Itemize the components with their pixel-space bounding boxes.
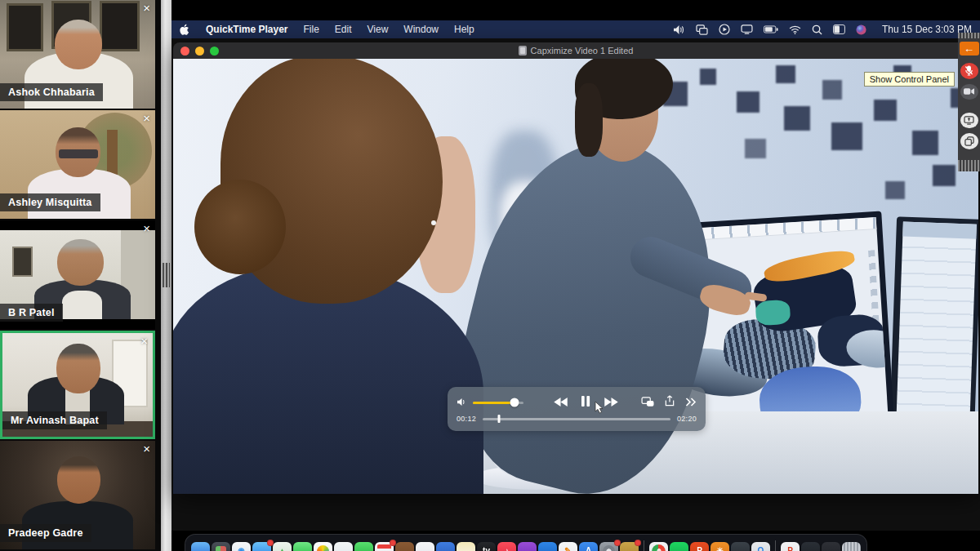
- menubar-app-name[interactable]: QuickTime Player: [206, 24, 288, 35]
- spotify-dock-icon[interactable]: [670, 542, 688, 551]
- music-dock-icon[interactable]: ♪: [497, 542, 516, 551]
- messages-dock-icon[interactable]: [293, 542, 312, 551]
- playback-controls: 00:12 02:20: [448, 387, 706, 431]
- volume-slider[interactable]: [473, 402, 523, 404]
- pause-button[interactable]: [581, 395, 590, 410]
- meeting-window: × Ashok Chhabaria × Ashley Misquitta × B…: [0, 0, 980, 551]
- dock-separator: [775, 540, 776, 551]
- dock: ◉▲▄15tv♪✎AP✳QP: [185, 534, 867, 551]
- finder-dock-icon[interactable]: [191, 542, 210, 551]
- launchpad-dock-icon[interactable]: [212, 542, 230, 551]
- podcasts-dock-icon[interactable]: [518, 542, 537, 551]
- powerpoint-dock-icon[interactable]: P: [690, 542, 709, 551]
- zoom-control-strip: ←: [958, 33, 980, 171]
- reminders-dock-icon[interactable]: [416, 542, 434, 551]
- screen-mirroring-icon[interactable]: [696, 24, 708, 35]
- close-window-button[interactable]: [180, 47, 189, 56]
- books-dock-icon[interactable]: [620, 542, 639, 551]
- more-controls-button[interactable]: [685, 395, 697, 410]
- close-icon[interactable]: ×: [140, 335, 148, 347]
- menu-view[interactable]: View: [368, 24, 389, 35]
- share-screen-icon[interactable]: [960, 113, 978, 129]
- elapsed-time: 00:12: [457, 415, 476, 423]
- close-icon[interactable]: ×: [143, 222, 150, 234]
- settings-dock-icon[interactable]: [599, 542, 618, 551]
- close-icon[interactable]: ×: [143, 112, 150, 124]
- sidebar-resize-divider[interactable]: [161, 0, 172, 551]
- participant-tile-avinash[interactable]: × Mr Avinash Bapat: [0, 331, 155, 439]
- maps-dock-icon[interactable]: ▲: [273, 542, 292, 551]
- apple-menu-icon[interactable]: [180, 24, 190, 36]
- fast-user-switch-icon[interactable]: [833, 24, 845, 34]
- share-button[interactable]: [665, 395, 675, 410]
- app-store-dock-icon[interactable]: A: [579, 542, 598, 551]
- blue-app-dock-icon[interactable]: [436, 542, 455, 551]
- menu-edit[interactable]: Edit: [335, 24, 352, 35]
- participant-tile-patel[interactable]: × B R Patel: [0, 220, 155, 329]
- menu-help[interactable]: Help: [454, 24, 474, 35]
- menu-file[interactable]: File: [304, 24, 319, 35]
- trash-dock-icon[interactable]: [842, 542, 861, 551]
- spotlight-search-icon[interactable]: [812, 24, 822, 35]
- wifi-icon[interactable]: [789, 25, 801, 34]
- pinwheel-app-dock-icon[interactable]: ✳: [710, 542, 729, 551]
- layers-icon[interactable]: [960, 133, 978, 149]
- contacts-dock-icon[interactable]: [395, 542, 414, 551]
- close-icon[interactable]: ×: [143, 442, 150, 455]
- fast-forward-button[interactable]: [604, 395, 618, 410]
- participant-tile-pradeep[interactable]: × Pradeep Gadre: [0, 441, 155, 549]
- quicktime-window: Capximize Video 1 Edited: [173, 42, 978, 494]
- zoom-window-button[interactable]: [210, 47, 219, 56]
- shared-screen: QuickTime Player File Edit View Window H…: [172, 0, 980, 551]
- macos-menubar: QuickTime Player File Edit View Window H…: [172, 20, 980, 38]
- picture-in-picture-button[interactable]: [641, 395, 654, 410]
- powerpoint-document-dock-icon[interactable]: P: [781, 542, 800, 551]
- photos-dock-icon[interactable]: [314, 542, 332, 551]
- calendar-dock-icon[interactable]: 15: [375, 542, 394, 551]
- preview-thumbnail-dock-icon[interactable]: [731, 542, 750, 551]
- participant-name: Pradeep Gadre: [0, 524, 91, 542]
- play-circle-icon[interactable]: [719, 24, 730, 35]
- video-camera-icon[interactable]: [960, 84, 978, 100]
- strip-texture: [958, 33, 980, 38]
- battery-icon[interactable]: [764, 25, 778, 33]
- volume-icon[interactable]: [673, 24, 685, 35]
- safari-dock-icon[interactable]: ◉: [232, 542, 251, 551]
- mail-dock-icon[interactable]: [252, 542, 271, 551]
- dock-separator: [644, 540, 644, 551]
- participant-tile-ashok[interactable]: × Ashok Chhabaria: [0, 0, 155, 109]
- total-duration: 02:20: [677, 415, 697, 423]
- display-icon[interactable]: [741, 24, 753, 34]
- facetime-dock-icon[interactable]: [354, 542, 373, 551]
- participant-name: Mr Avinash Bapat: [2, 411, 107, 429]
- volume-button[interactable]: [457, 395, 467, 410]
- minimized-window-1-dock-icon[interactable]: [801, 542, 820, 551]
- minimize-window-button[interactable]: [195, 47, 204, 56]
- document-icon: [519, 46, 527, 56]
- volume-fill: [473, 402, 514, 404]
- timeline-scrubber[interactable]: [483, 418, 670, 420]
- menu-window[interactable]: Window: [403, 24, 439, 35]
- close-icon[interactable]: ×: [143, 2, 150, 14]
- minimized-window-2-dock-icon[interactable]: [822, 542, 840, 551]
- video-content: 00:12 02:20: [173, 59, 978, 494]
- strip-texture: [958, 160, 980, 172]
- quicktime-titlebar[interactable]: Capximize Video 1 Edited: [173, 42, 978, 59]
- divider-grip-handle[interactable]: [163, 263, 170, 287]
- microphone-muted-icon[interactable]: [960, 63, 978, 79]
- volume-knob[interactable]: [510, 398, 519, 407]
- pages-dock-icon[interactable]: ✎: [559, 542, 577, 551]
- quicktime-dock-icon[interactable]: Q: [751, 542, 770, 551]
- playhead[interactable]: [497, 415, 500, 423]
- notes-dock-icon[interactable]: [457, 542, 475, 551]
- apple-tv-dock-icon[interactable]: tv: [477, 542, 496, 551]
- participant-name: Ashok Chhabaria: [0, 83, 103, 101]
- rewind-button[interactable]: [554, 395, 568, 410]
- participant-tile-ashley[interactable]: × Ashley Misquitta: [0, 110, 155, 219]
- show-control-panel-button[interactable]: ←: [960, 42, 979, 55]
- control-panel-tooltip: Show Control Panel: [864, 72, 955, 87]
- numbers-dock-icon[interactable]: ▄: [334, 542, 353, 551]
- chrome-dock-icon[interactable]: [649, 542, 668, 551]
- keynote-dock-icon[interactable]: [538, 542, 557, 551]
- siri-icon[interactable]: [856, 24, 866, 35]
